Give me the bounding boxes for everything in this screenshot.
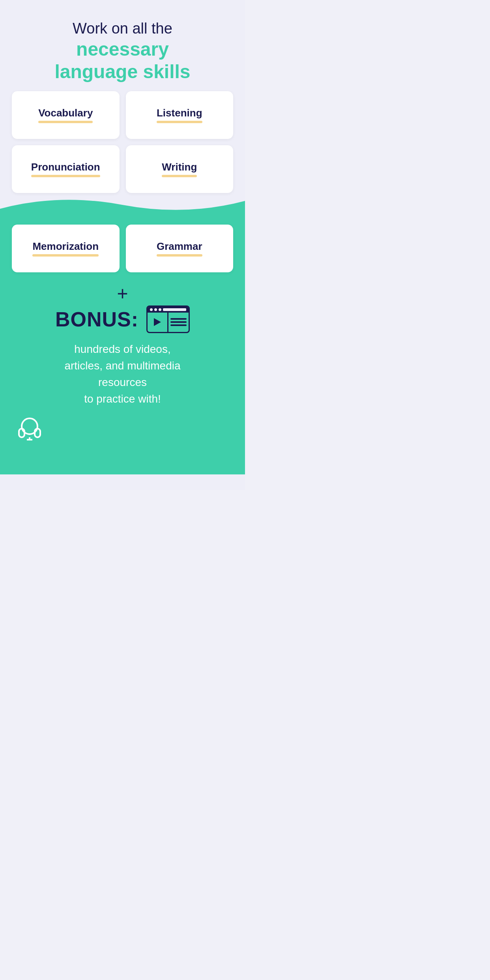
- video-lines-area: [168, 317, 189, 328]
- bottom-footer: [12, 415, 233, 443]
- skill-card-vocabulary[interactable]: Vocabulary: [12, 91, 120, 139]
- skill-label-memorization: Memorization: [32, 240, 99, 257]
- skill-label-listening: Listening: [157, 107, 202, 123]
- bottom-skills-grid-section: Memorization Grammar: [0, 225, 245, 276]
- headline-plain: Work on all the: [12, 20, 233, 38]
- page-wrapper: Work on all the necessary language skill…: [0, 0, 245, 490]
- video-play-area: [148, 313, 168, 332]
- video-icon-bottom-area: [148, 313, 189, 332]
- bonus-plus: +: [12, 284, 233, 303]
- skill-label-pronunciation: Pronunciation: [31, 161, 100, 177]
- bonus-description: hundreds of videos,articles, and multime…: [12, 341, 233, 407]
- svg-rect-2: [35, 429, 40, 437]
- skill-card-writing[interactable]: Writing: [126, 145, 234, 193]
- wave-transition: [0, 193, 245, 225]
- bonus-content: + BONUS:: [12, 284, 233, 443]
- play-triangle-icon: [154, 318, 161, 326]
- skill-card-memorization[interactable]: Memorization: [12, 225, 120, 272]
- video-dot-1: [150, 308, 153, 311]
- skill-card-pronunciation[interactable]: Pronunciation: [12, 145, 120, 193]
- video-dot-2: [154, 308, 157, 311]
- bonus-section: + BONUS:: [0, 276, 245, 474]
- skill-label-grammar: Grammar: [157, 240, 202, 257]
- video-line-2: [170, 321, 187, 323]
- bonus-line: BONUS:: [12, 305, 233, 333]
- video-dot-3: [159, 308, 161, 311]
- svg-rect-1: [19, 429, 24, 437]
- top-skills-grid: Vocabulary Listening Pronunciation Writi…: [0, 87, 245, 193]
- headphone-icon: [16, 415, 43, 443]
- skills-grid-top: Vocabulary Listening Pronunciation Writi…: [12, 91, 233, 193]
- video-line-1: [170, 318, 187, 320]
- skill-card-listening[interactable]: Listening: [126, 91, 234, 139]
- video-top-bar: [163, 308, 186, 311]
- video-icon-top-bar: [148, 307, 189, 313]
- video-line-3: [170, 324, 187, 326]
- skill-label-vocabulary: Vocabulary: [38, 107, 93, 123]
- headline-green-line1: necessary: [12, 38, 233, 61]
- video-icon: [146, 305, 190, 333]
- skill-card-grammar[interactable]: Grammar: [126, 225, 234, 272]
- headline-green-line2: language skills: [12, 60, 233, 83]
- skill-label-writing: Writing: [162, 161, 197, 177]
- bonus-label: BONUS:: [55, 307, 138, 331]
- top-section: Work on all the necessary language skill…: [0, 0, 245, 87]
- skills-grid-bottom: Memorization Grammar: [12, 225, 233, 272]
